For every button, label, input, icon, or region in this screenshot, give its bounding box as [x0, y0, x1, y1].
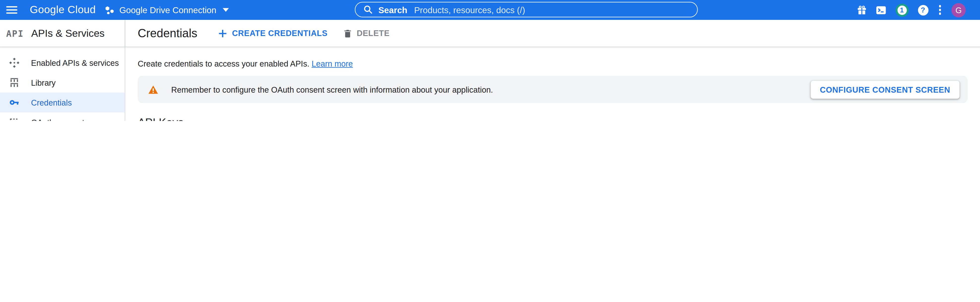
sidebar-title: APIs & Services	[31, 27, 105, 39]
intro-sentence: Create credentials to access your enable…	[138, 59, 309, 69]
trash-icon	[344, 29, 352, 37]
delete-button[interactable]: DELETE	[344, 29, 390, 38]
chevron-down-icon	[223, 8, 229, 12]
avatar[interactable]: G	[951, 3, 966, 17]
notifications-badge[interactable]: 1	[896, 3, 908, 17]
page-title: Credentials	[138, 26, 197, 40]
search-icon	[363, 5, 373, 14]
configure-consent-screen-button[interactable]: CONFIGURE CONSENT SCREEN	[811, 80, 959, 99]
page-toolbar: Credentials CREATE CREDENTIALS DELETE	[125, 20, 980, 47]
warning-icon	[148, 85, 158, 94]
project-switcher[interactable]: Google Drive Connection	[106, 5, 229, 15]
sidebar-item-label: Credentials	[31, 98, 72, 107]
sidebar-item-label: Library	[31, 78, 56, 88]
sidebar: API APIs & Services Enabled APIs &	[0, 20, 125, 121]
help-icon[interactable]: ?	[918, 5, 928, 15]
oauth-consent-icon	[10, 117, 19, 121]
google-cloud-logo[interactable]: Google Cloud	[30, 4, 96, 16]
enabled-apis-icon	[10, 58, 19, 68]
banner-message: Remember to configure the OAuth consent …	[171, 85, 493, 94]
learn-more-link[interactable]: Learn more	[312, 59, 353, 69]
avatar-letter: G	[955, 5, 962, 14]
project-name: Google Drive Connection	[119, 5, 216, 15]
gift-icon[interactable]	[857, 5, 866, 14]
top-bar-actions: 1 ? G	[857, 0, 966, 20]
library-icon	[10, 78, 19, 88]
intro-text: Create credentials to access your enable…	[138, 59, 967, 69]
delete-label: DELETE	[357, 29, 390, 38]
search-label: Search	[379, 5, 407, 14]
sidebar-item-label: Enabled APIs & services	[31, 58, 119, 67]
more-options-icon[interactable]	[937, 5, 942, 15]
create-credentials-button[interactable]: CREATE CREDENTIALS	[218, 29, 328, 38]
plus-icon	[218, 29, 227, 37]
sidebar-item-label: OAuth consent screen	[31, 118, 111, 121]
content-area: Create credentials to access your enable…	[125, 47, 980, 121]
consent-warning-banner: Remember to configure the OAuth consent …	[138, 76, 967, 103]
search-placeholder: Products, resources, docs (/)	[414, 5, 525, 14]
google-cloud-console: Google Cloud Google Drive Connection Sea…	[0, 0, 980, 121]
sidebar-item-oauth-consent-screen[interactable]: OAuth consent screen	[0, 112, 125, 121]
sidebar-item-credentials[interactable]: Credentials	[0, 93, 125, 112]
create-credentials-label: CREATE CREDENTIALS	[232, 29, 328, 38]
sidebar-nav: Enabled APIs & services Library	[0, 47, 125, 121]
search-input[interactable]: Search Products, resources, docs (/)	[355, 2, 698, 18]
project-icon	[106, 6, 115, 14]
hamburger-menu-icon[interactable]	[6, 6, 18, 14]
top-bar: Google Cloud Google Drive Connection Sea…	[0, 0, 980, 20]
notification-count: 1	[900, 6, 904, 14]
api-keys-heading: API Keys	[138, 115, 967, 121]
cloud-shell-icon[interactable]	[875, 5, 886, 15]
key-icon	[10, 97, 19, 107]
sidebar-item-enabled-apis[interactable]: Enabled APIs & services	[0, 53, 125, 73]
main-content: Credentials CREATE CREDENTIALS DELETE Cr…	[125, 20, 980, 121]
api-logo: API	[6, 28, 24, 38]
sidebar-item-library[interactable]: Library	[0, 73, 125, 93]
sidebar-header: API APIs & Services	[0, 20, 125, 47]
